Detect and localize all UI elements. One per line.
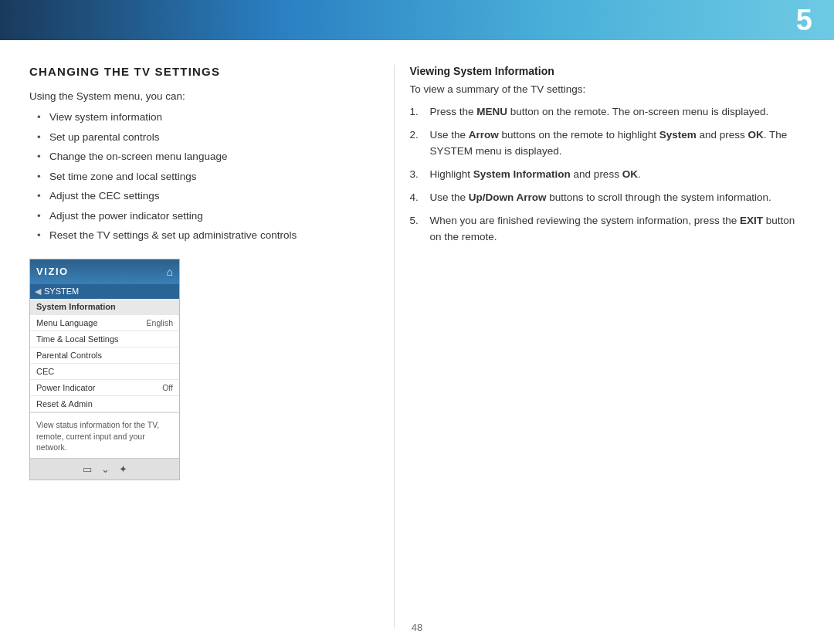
list-item: Adjust the CEC settings — [37, 188, 371, 204]
numbered-list: 1. Press the MENU button on the remote. … — [410, 104, 805, 245]
list-item: Change the on-screen menu language — [37, 149, 371, 164]
tv-system-bar: ◀ SYSTEM — [30, 284, 179, 299]
menu-row-system-info: System Information — [30, 299, 179, 315]
footer-page-number: 48 — [412, 622, 422, 633]
menu-row-time-local: Time & Local Settings — [30, 331, 179, 347]
bullet-list: View system information Set up parental … — [29, 110, 371, 243]
right-intro: To view a summary of the TV settings: — [410, 83, 805, 95]
step-num-2: 2. — [410, 127, 424, 159]
top-banner: 5 — [0, 0, 834, 40]
step-num-3: 3. — [410, 167, 424, 182]
content-area: CHANGING THE TV SETTINGS Using the Syste… — [0, 40, 834, 644]
list-item: Set up parental controls — [37, 130, 371, 145]
tv-bottom-bar: ▭ ⌄ ✦ — [30, 458, 179, 480]
tv-info-box: View status information for the TV, remo… — [30, 412, 179, 458]
step-text-3: Highlight System Information and press O… — [430, 167, 641, 182]
step-text-4: Use the Up/Down Arrow buttons to scroll … — [430, 190, 771, 205]
menu-row-power-indicator: Power Indicator Off — [30, 380, 179, 396]
tv-mockup: VIZIO ⌂ ◀ SYSTEM System Information Menu… — [29, 259, 180, 480]
step-5: 5. When you are finished reviewing the s… — [410, 213, 805, 245]
menu-row-parental: Parental Controls — [30, 347, 179, 364]
tv-menu-items: System Information Menu Language English… — [30, 299, 179, 412]
step-num-4: 4. — [410, 190, 424, 205]
step-1: 1. Press the MENU button on the remote. … — [410, 104, 805, 120]
tv-btn-settings: ✦ — [119, 463, 127, 475]
menu-row-reset-admin: Reset & Admin — [30, 396, 179, 412]
step-text-1: Press the MENU button on the remote. The… — [430, 104, 769, 120]
list-item: Set time zone and local settings — [37, 169, 371, 185]
page-number: 5 — [796, 5, 812, 35]
list-item: Reset the TV settings & set up administr… — [37, 228, 371, 243]
list-item: View system information — [37, 110, 371, 125]
step-text-5: When you are finished reviewing the syst… — [430, 213, 805, 245]
system-label: SYSTEM — [44, 286, 79, 296]
step-text-2: Use the Arrow buttons on the remote to h… — [430, 127, 805, 159]
menu-row-cec: CEC — [30, 364, 179, 380]
tv-top-bar: VIZIO ⌂ — [30, 259, 179, 284]
step-num-1: 1. — [410, 104, 424, 120]
intro-text: Using the System menu, you can: — [29, 90, 371, 102]
list-item: Adjust the power indicator setting — [37, 208, 371, 224]
vizio-logo: VIZIO — [36, 266, 69, 277]
subsection-heading: Viewing System Information — [410, 65, 805, 77]
step-4: 4. Use the Up/Down Arrow buttons to scro… — [410, 190, 805, 205]
tv-btn-down: ⌄ — [101, 463, 110, 475]
section-heading: CHANGING THE TV SETTINGS — [29, 65, 371, 78]
home-icon: ⌂ — [167, 266, 173, 278]
left-column: CHANGING THE TV SETTINGS Using the Syste… — [0, 40, 394, 644]
right-column: Viewing System Information To view a sum… — [395, 40, 834, 644]
step-2: 2. Use the Arrow buttons on the remote t… — [410, 127, 805, 159]
back-arrow-icon: ◀ — [35, 286, 41, 297]
menu-row-menu-language: Menu Language English — [30, 315, 179, 331]
tv-btn-back: ▭ — [83, 463, 92, 475]
page-footer: 48 — [0, 622, 834, 633]
step-num-5: 5. — [410, 213, 424, 245]
step-3: 3. Highlight System Information and pres… — [410, 167, 805, 182]
